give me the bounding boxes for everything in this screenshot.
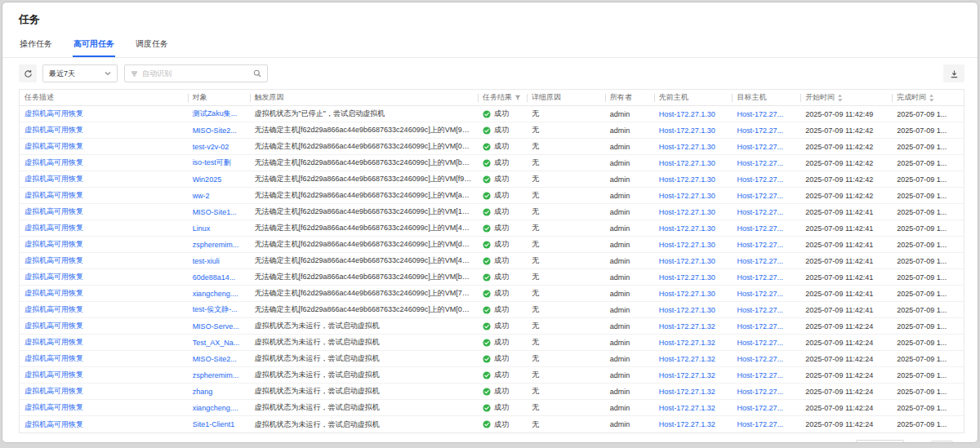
sort-icon[interactable]	[837, 94, 843, 102]
cell-target_host[interactable]: Host-172.27...	[732, 420, 800, 428]
cell-target_host[interactable]: Host-172.27...	[732, 224, 800, 233]
page-size-select[interactable]: 20 项/页	[856, 440, 904, 443]
cell-prev_host[interactable]: Host-172.27.1.30	[654, 257, 733, 265]
cell-object[interactable]: iso-test可删	[188, 157, 250, 168]
cell-prev_host[interactable]: Host-172.27.1.30	[654, 143, 733, 151]
search-icon[interactable]	[253, 69, 261, 78]
cell-target_host[interactable]: Host-172.27...	[732, 322, 800, 330]
cell-object[interactable]: test-侯文静-...	[188, 304, 250, 315]
cell-desc[interactable]: 虚拟机高可用恢复	[20, 255, 188, 266]
cell-prev_host[interactable]: Host-172.27.1.32	[654, 404, 733, 412]
cell-object[interactable]: MISO-Site2...	[188, 355, 250, 363]
tab-scheduled-tasks[interactable]: 调度任务	[135, 33, 169, 57]
cell-target_host[interactable]: Host-172.27...	[732, 175, 800, 184]
tab-operation-tasks[interactable]: 操作任务	[19, 33, 53, 57]
cell-object[interactable]: MISO-Site2...	[188, 126, 250, 135]
cell-object[interactable]: 测试Zaku集...	[188, 109, 250, 119]
cell-object[interactable]: Linux	[188, 224, 250, 233]
cell-object[interactable]: Site1-Client1	[188, 420, 250, 428]
page-number-31[interactable]: 31	[822, 441, 834, 443]
cell-target_host[interactable]: Host-172.27...	[732, 306, 800, 314]
cell-object[interactable]: xiangcheng....	[188, 290, 250, 298]
cell-target_host[interactable]: Host-172.27...	[732, 404, 800, 412]
column-header-start[interactable]: 开始时间	[800, 90, 892, 105]
cell-desc[interactable]: 虚拟机高可用恢复	[20, 304, 188, 315]
cell-desc[interactable]: 虚拟机高可用恢复	[20, 419, 188, 430]
cell-desc[interactable]: 虚拟机高可用恢复	[20, 272, 188, 282]
cell-desc[interactable]: 虚拟机高可用恢复	[20, 386, 188, 397]
cell-target_host[interactable]: Host-172.27...	[732, 208, 800, 216]
page-number-3[interactable]: 3	[763, 441, 775, 443]
column-header-result[interactable]: 任务结果	[478, 90, 527, 105]
page-number-5[interactable]: 5	[792, 441, 804, 443]
next-page-button[interactable]	[836, 441, 849, 443]
cell-target_host[interactable]: Host-172.27...	[732, 339, 800, 347]
cell-desc[interactable]: 虚拟机高可用恢复	[20, 321, 188, 331]
cell-target_host[interactable]: Host-172.27...	[732, 371, 800, 379]
cell-prev_host[interactable]: Host-172.27.1.32	[654, 371, 733, 379]
cell-desc[interactable]: 虚拟机高可用恢复	[20, 402, 188, 413]
cell-target_host[interactable]: Host-172.27...	[732, 241, 800, 249]
cell-prev_host[interactable]: Host-172.27.1.32	[654, 355, 733, 363]
cell-desc[interactable]: 虚拟机高可用恢复	[20, 190, 188, 201]
cell-object[interactable]: ww-2	[188, 192, 250, 200]
cell-target_host[interactable]: Host-172.27...	[732, 159, 800, 167]
cell-desc[interactable]: 虚拟机高可用恢复	[20, 337, 188, 348]
cell-prev_host[interactable]: Host-172.27.1.30	[654, 224, 733, 233]
date-range-select[interactable]: 最近7天	[42, 64, 118, 82]
cell-object[interactable]: 60de88a14...	[188, 273, 250, 282]
cell-object[interactable]: Win2025	[188, 175, 250, 184]
cell-desc[interactable]: 虚拟机高可用恢复	[20, 174, 188, 184]
sort-icon[interactable]	[929, 94, 934, 102]
cell-object[interactable]: xiangcheng....	[188, 404, 250, 412]
cell-object[interactable]: test-xiuli	[188, 257, 250, 265]
cell-target_host[interactable]: Host-172.27...	[732, 388, 800, 396]
cell-prev_host[interactable]: Host-172.27.1.32	[654, 388, 733, 396]
cell-prev_host[interactable]: Host-172.27.1.30	[654, 290, 733, 298]
cell-desc[interactable]: 虚拟机高可用恢复	[20, 109, 188, 119]
cell-prev_host[interactable]: Host-172.27.1.32	[654, 339, 733, 347]
cell-prev_host[interactable]: Host-172.27.1.30	[654, 192, 733, 200]
cell-desc[interactable]: 虚拟机高可用恢复	[20, 239, 188, 250]
cell-prev_host[interactable]: Host-172.27.1.30	[654, 273, 733, 282]
search-input[interactable]	[142, 69, 249, 78]
cell-desc[interactable]: 虚拟机高可用恢复	[20, 353, 188, 364]
download-button[interactable]	[943, 64, 964, 82]
cell-target_host[interactable]: Host-172.27...	[732, 290, 800, 298]
cell-desc[interactable]: 虚拟机高可用恢复	[20, 370, 188, 380]
cell-object[interactable]: zspheremim...	[188, 241, 250, 249]
cell-desc[interactable]: 虚拟机高可用恢复	[20, 125, 188, 135]
cell-target_host[interactable]: Host-172.27...	[732, 192, 800, 200]
cell-prev_host[interactable]: Host-172.27.1.30	[654, 208, 733, 216]
page-number-2[interactable]: 2	[748, 441, 760, 443]
cell-target_host[interactable]: Host-172.27...	[732, 273, 800, 282]
column-header-finish[interactable]: 完成时间	[892, 90, 964, 105]
tab-ha-tasks[interactable]: 高可用任务	[73, 33, 115, 57]
cell-target_host[interactable]: Host-172.27...	[732, 143, 800, 151]
cell-prev_host[interactable]: Host-172.27.1.30	[654, 126, 733, 135]
cell-desc[interactable]: 虚拟机高可用恢复	[20, 141, 188, 152]
cell-object[interactable]: MISO-Serve...	[188, 322, 250, 330]
cell-object[interactable]: zspheremim...	[188, 371, 250, 379]
prev-page-button[interactable]	[719, 441, 731, 443]
cell-prev_host[interactable]: Host-172.27.1.30	[654, 241, 733, 249]
cell-prev_host[interactable]: Host-172.27.1.30	[654, 175, 733, 184]
jump-page-input[interactable]	[931, 441, 953, 444]
cell-object[interactable]: MISO-Site1...	[188, 208, 250, 216]
cell-target_host[interactable]: Host-172.27...	[732, 126, 800, 135]
cell-object[interactable]: test-v2v-02	[188, 143, 250, 151]
cell-prev_host[interactable]: Host-172.27.1.30	[654, 159, 733, 167]
cell-target_host[interactable]: Host-172.27...	[732, 110, 800, 118]
cell-desc[interactable]: 虚拟机高可用恢复	[20, 288, 188, 299]
cell-target_host[interactable]: Host-172.27...	[732, 355, 800, 363]
cell-desc[interactable]: 虚拟机高可用恢复	[20, 206, 188, 217]
page-number-4[interactable]: 4	[777, 441, 790, 443]
cell-object[interactable]: zhang	[188, 388, 250, 396]
cell-prev_host[interactable]: Host-172.27.1.30	[654, 306, 733, 314]
cell-prev_host[interactable]: Host-172.27.1.32	[654, 420, 733, 428]
cell-target_host[interactable]: Host-172.27...	[732, 257, 800, 265]
refresh-button[interactable]	[19, 64, 37, 82]
cell-prev_host[interactable]: Host-172.27.1.32	[654, 322, 733, 330]
cell-object[interactable]: Test_AX_Na...	[188, 339, 250, 347]
filter-funnel-icon[interactable]	[514, 95, 521, 101]
